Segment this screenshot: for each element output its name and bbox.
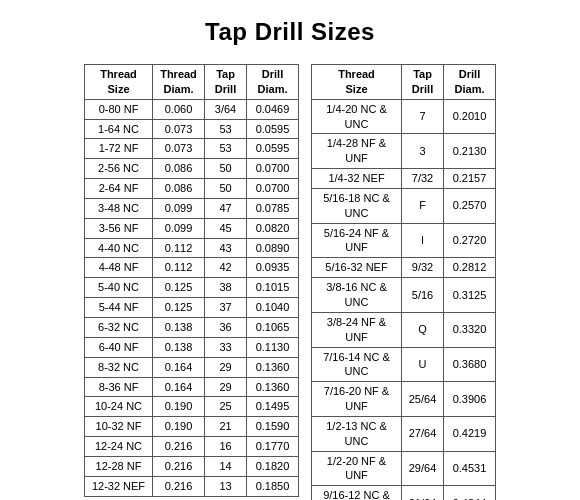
table-row: 8-36 NF0.164290.1360 [85,377,299,397]
col-header-thread-size2: ThreadSize [312,65,402,100]
table-row: 7/16-20 NF & UNF25/640.3906 [312,382,496,417]
table-row: 1-64 NC0.073530.0595 [85,119,299,139]
table-row: 1/4-20 NC & UNC70.2010 [312,99,496,134]
table-row: 10-24 NC0.190250.1495 [85,397,299,417]
table-row: 6-40 NF0.138330.1130 [85,337,299,357]
table-row: 3-56 NF0.099450.0820 [85,218,299,238]
col-header-thread-size: ThreadSize [85,65,153,100]
table-row: 5/16-24 NF & UNFI0.2720 [312,223,496,258]
table-row: 1/4-32 NEF7/320.2157 [312,169,496,189]
table-row: 3/8-16 NC & UNC5/160.3125 [312,278,496,313]
col-header-drill-diam2: DrillDiam. [444,65,496,100]
table-right: ThreadSize TapDrill DrillDiam. 1/4-20 NC… [311,64,496,500]
table-row: 10-32 NF0.190210.1590 [85,417,299,437]
table-row: 1/4-28 NF & UNF30.2130 [312,134,496,169]
col-header-tap-drill: TapDrill [205,65,247,100]
table-row: 1/2-13 NC & UNC27/640.4219 [312,416,496,451]
table-row: 3/8-24 NF & UNFQ0.3320 [312,312,496,347]
table-row: 4-40 NC0.112430.0890 [85,238,299,258]
table-row: 8-32 NC0.164290.1360 [85,357,299,377]
table-row: 5-40 NC0.125380.1015 [85,278,299,298]
table-row: 6-32 NC0.138360.1065 [85,317,299,337]
table-row: 2-56 NC0.086500.0700 [85,159,299,179]
table-row: 7/16-14 NC & UNCU0.3680 [312,347,496,382]
tables-wrapper: ThreadSize ThreadDiam. TapDrill DrillDia… [84,64,496,500]
table-row: 3-48 NC0.099470.0785 [85,198,299,218]
table-row: 0-80 NF0.0603/640.0469 [85,99,299,119]
col-header-drill-diam: DrillDiam. [247,65,299,100]
table-row: 2-64 NF0.086500.0700 [85,179,299,199]
col-header-thread-diam: ThreadDiam. [153,65,205,100]
table-row: 12-28 NF0.216140.1820 [85,456,299,476]
table-row: 9/16-12 NC & UNC31/640.4844 [312,486,496,500]
table-row: 5/16-18 NC & UNCF0.2570 [312,188,496,223]
table-row: 4-48 NF0.112420.0935 [85,258,299,278]
table-left: ThreadSize ThreadDiam. TapDrill DrillDia… [84,64,299,497]
table-row: 12-24 NC0.216160.1770 [85,437,299,457]
table-row: 1/2-20 NF & UNF29/640.4531 [312,451,496,486]
table-row: 5/16-32 NEF9/320.2812 [312,258,496,278]
table-row: 5-44 NF0.125370.1040 [85,298,299,318]
table-row: 1-72 NF0.073530.0595 [85,139,299,159]
col-header-tap-drill2: TapDrill [402,65,444,100]
page-title: Tap Drill Sizes [205,18,375,46]
table-row: 12-32 NEF0.216130.1850 [85,476,299,496]
